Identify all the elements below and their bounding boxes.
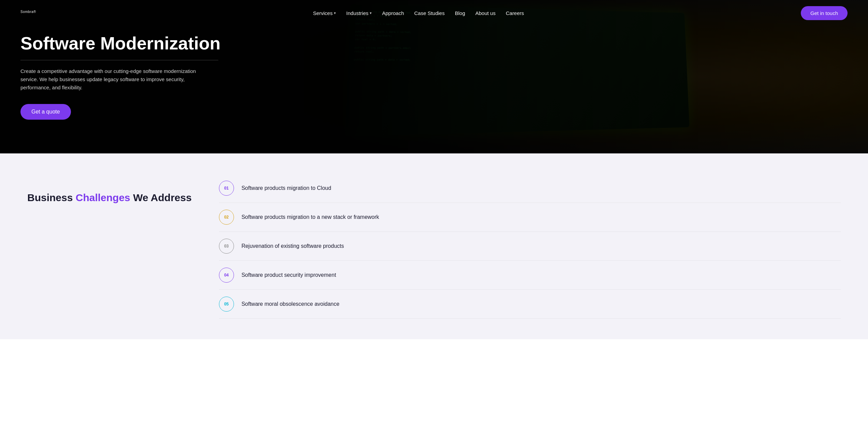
challenges-title: Business Challenges We Address [27,191,192,204]
nav-item-services[interactable]: Services ▾ [313,10,336,16]
hero-content: Software Modernization Create a competit… [20,34,220,120]
list-item: 02Software products migration to a new s… [219,203,841,232]
service-number-badge: 04 [219,268,234,283]
hero-description: Create a competitive advantage with our … [20,67,205,92]
list-item: 04Software product security improvement [219,261,841,290]
nav-links: Services ▾Industries ▾ApproachCase Studi… [313,10,524,16]
nav-link-services[interactable]: Services ▾ [313,10,336,16]
challenges-title-suffix: We Address [133,192,192,203]
chevron-down-icon: ▾ [334,11,336,15]
challenges-title-plain: Business [27,192,73,203]
hero-divider [20,60,218,60]
challenges-title-highlight: Challenges [76,192,130,203]
nav-link-case-studies[interactable]: Case Studies [414,10,444,16]
hero-title: Software Modernization [20,34,220,53]
nav-item-industries[interactable]: Industries ▾ [346,10,372,16]
list-item: 05Software moral obsolescence avoidance [219,290,841,319]
nav-link-careers[interactable]: Careers [506,10,524,16]
service-label: Rejuvenation of existing software produc… [241,243,344,249]
nav-link-approach[interactable]: Approach [382,10,404,16]
list-item: 01Software products migration to Cloud [219,177,841,203]
logo[interactable]: Sombra® [20,9,36,18]
nav-item-approach[interactable]: Approach [382,10,404,16]
lower-section: Business Challenges We Address 01Softwar… [0,153,868,339]
service-label: Software products migration to Cloud [241,185,331,191]
service-number-badge: 01 [219,181,234,196]
services-list: 01Software products migration to Cloud02… [219,177,841,319]
nav-item-case-studies[interactable]: Case Studies [414,10,444,16]
logo-trademark: ® [33,10,36,13]
nav-link-about-us[interactable]: About us [475,10,496,16]
service-label: Software products migration to a new sta… [241,214,379,220]
nav-link-blog[interactable]: Blog [455,10,465,16]
get-in-touch-button[interactable]: Get in touch [801,6,848,20]
chevron-down-icon: ▾ [370,11,372,15]
service-number-badge: 05 [219,297,234,312]
service-number-badge: 02 [219,210,234,225]
list-item: 03Rejuvenation of existing software prod… [219,232,841,261]
nav-item-about-us[interactable]: About us [475,10,496,16]
service-number-badge: 03 [219,239,234,254]
get-quote-button[interactable]: Get a quote [20,104,71,120]
challenges-left-column: Business Challenges We Address [27,177,192,204]
service-label: Software moral obsolescence avoidance [241,301,339,307]
service-label: Software product security improvement [241,272,336,278]
nav-link-industries[interactable]: Industries ▾ [346,10,372,16]
nav-item-blog[interactable]: Blog [455,10,465,16]
nav-item-careers[interactable]: Careers [506,10,524,16]
navbar: Sombra® Services ▾Industries ▾ApproachCa… [0,0,868,26]
